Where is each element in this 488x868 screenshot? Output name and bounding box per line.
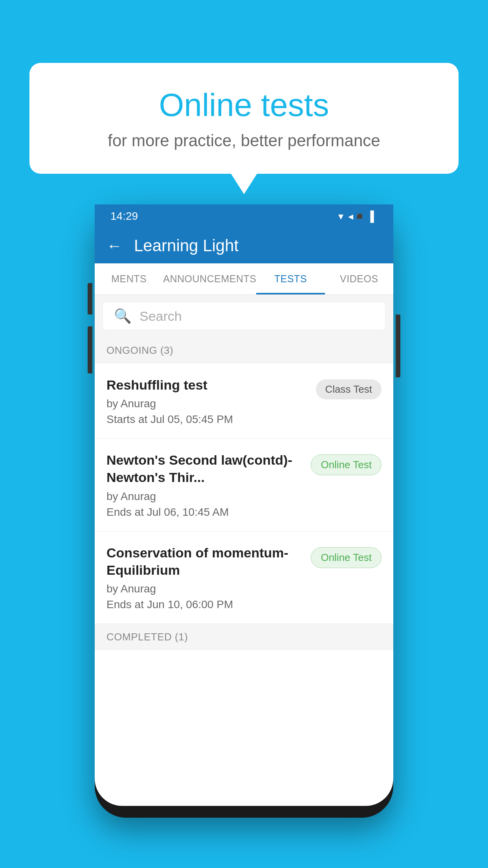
volume-up-button xyxy=(88,283,92,314)
phone-frame: 14:29 ▾ ◂◾ ▌ ← Learning Light MENTS xyxy=(95,204,393,818)
status-time: 14:29 xyxy=(110,210,138,223)
app-header: ← Learning Light xyxy=(95,228,393,263)
test-name: Newton's Second law(contd)-Newton's Thir… xyxy=(106,451,303,486)
test-name: Reshuffling test xyxy=(106,376,308,394)
status-icons: ▾ ◂◾ ▌ xyxy=(338,210,378,223)
test-info: Newton's Second law(contd)-Newton's Thir… xyxy=(106,451,311,518)
search-placeholder: Search xyxy=(139,309,182,324)
speech-bubble-subtitle: for more practice, better performance xyxy=(57,131,431,150)
test-badge-online: Online Test xyxy=(311,547,382,568)
test-info: Reshuffling test by Anurag Starts at Jul… xyxy=(106,376,316,426)
search-container: 🔍 Search xyxy=(95,295,393,337)
test-date: Starts at Jul 05, 05:45 PM xyxy=(106,413,308,426)
wifi-icon: ▾ xyxy=(338,210,343,223)
test-badge-online: Online Test xyxy=(311,454,382,475)
test-item[interactable]: Reshuffling test by Anurag Starts at Jul… xyxy=(95,364,393,439)
tab-ments[interactable]: MENTS xyxy=(95,263,163,294)
back-button[interactable]: ← xyxy=(106,237,122,255)
tab-announcements[interactable]: ANNOUNCEMENTS xyxy=(163,263,256,294)
test-item[interactable]: Newton's Second law(contd)-Newton's Thir… xyxy=(95,439,393,531)
test-item[interactable]: Conservation of momentum-Equilibrium by … xyxy=(95,531,393,624)
app-title: Learning Light xyxy=(134,236,238,255)
section-header-ongoing: ONGOING (3) xyxy=(95,337,393,364)
test-list: Reshuffling test by Anurag Starts at Jul… xyxy=(95,364,393,624)
test-name: Conservation of momentum-Equilibrium xyxy=(106,544,303,579)
speech-bubble-title: Online tests xyxy=(57,86,431,123)
section-header-completed: COMPLETED (1) xyxy=(95,624,393,650)
test-author: by Anurag xyxy=(106,397,308,410)
signal-icon: ◂◾ xyxy=(348,210,366,223)
power-button xyxy=(396,314,400,377)
tab-videos[interactable]: VIDEOS xyxy=(325,263,393,294)
test-info: Conservation of momentum-Equilibrium by … xyxy=(106,544,311,611)
test-date: Ends at Jul 06, 10:45 AM xyxy=(106,506,303,519)
test-author: by Anurag xyxy=(106,583,303,595)
speech-bubble: Online tests for more practice, better p… xyxy=(29,63,459,174)
tabs-container: MENTS ANNOUNCEMENTS TESTS VIDEOS xyxy=(95,263,393,295)
phone-screen: MENTS ANNOUNCEMENTS TESTS VIDEOS 🔍 Searc… xyxy=(95,263,393,806)
search-bar[interactable]: 🔍 Search xyxy=(103,302,385,330)
battery-icon: ▌ xyxy=(371,210,378,223)
test-badge-class: Class Test xyxy=(316,379,382,399)
tab-tests[interactable]: TESTS xyxy=(256,263,325,294)
status-bar: 14:29 ▾ ◂◾ ▌ xyxy=(95,204,393,228)
test-date: Ends at Jun 10, 06:00 PM xyxy=(106,598,303,611)
volume-down-button xyxy=(88,326,92,373)
test-author: by Anurag xyxy=(106,490,303,503)
search-icon: 🔍 xyxy=(114,308,132,324)
phone-wrapper: 14:29 ▾ ◂◾ ▌ ← Learning Light MENTS xyxy=(95,204,393,818)
speech-bubble-container: Online tests for more practice, better p… xyxy=(29,63,459,174)
